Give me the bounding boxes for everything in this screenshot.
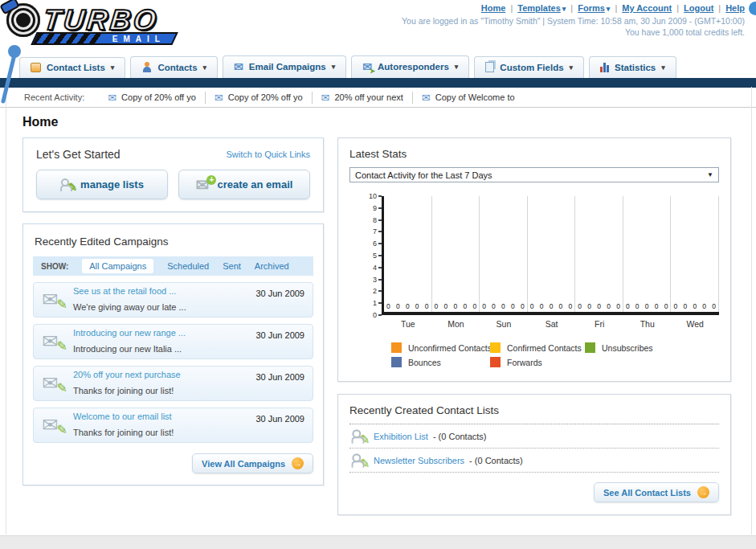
legend-label: Confirmed Contacts (507, 343, 582, 353)
chevron-down-icon: ▾ (455, 63, 459, 71)
contact-lists-panel-title: Recently Created Contact Lists (349, 404, 719, 424)
chevron-down-icon: ▾ (607, 5, 611, 13)
legend-label: Unconfirmed Contacts (408, 343, 492, 353)
tab-autoresponders[interactable]: ✉ Autoresponders ▾ (351, 55, 469, 78)
campaign-row[interactable]: ✉✎ See us at the retail food ... We're g… (33, 282, 313, 318)
legend-swatch-icon (585, 342, 595, 353)
get-started-title: Let's Get Started (36, 148, 121, 161)
campaign-row[interactable]: ✉✎ Welcome to our email list Thanks for … (33, 408, 313, 443)
pin-decoration (0, 42, 24, 108)
custom-fields-icon (485, 62, 494, 72)
stats-period-dropdown[interactable]: Contact Activity for the Last 7 Days ▼ (349, 167, 719, 182)
show-label: SHOW: (41, 262, 68, 271)
legend-label: Forwards (507, 358, 542, 367)
chart-x-label: Thu (623, 315, 672, 329)
tab-email-campaigns[interactable]: ✉ Email Campaigns ▾ (223, 55, 346, 78)
campaign-title-link[interactable]: See us at the retail food ... (73, 285, 247, 297)
top-link-help[interactable]: Help (725, 3, 745, 13)
switch-to-quick-links[interactable]: Switch to Quick Links (226, 150, 310, 159)
tab-contacts[interactable]: Contacts ▾ (130, 56, 218, 78)
left-column: Let's Get Started Switch to Quick Links … (22, 137, 324, 485)
tab-contact-lists[interactable]: Contact Lists ▾ (19, 57, 125, 78)
envelope-icon: ✉ (422, 92, 431, 103)
recently-edited-campaigns-panel: Recently Edited Campaigns SHOW: All Camp… (22, 223, 324, 485)
logo-stripes (33, 34, 101, 43)
chart-group: 00000 (384, 196, 432, 312)
create-email-button[interactable]: ✉+ create an email (178, 170, 310, 199)
contact-list-link[interactable]: Newsletter Subscribers (374, 456, 464, 465)
see-all-contact-lists-button[interactable]: See All Contact Lists → (594, 482, 719, 502)
contacts-icon (141, 62, 152, 72)
recent-activity-item[interactable]: ✉ Copy of 20% off yo (99, 92, 206, 104)
header: TURBO EMAIL Home|Templates▾|Forms▾|My Ac… (0, 0, 756, 53)
campaign-filter-bar: SHOW: All Campaigns Scheduled Sent Archi… (33, 256, 313, 276)
legend-swatch-icon (490, 357, 501, 367)
legend-item: Forwards (490, 357, 585, 367)
legend-label: Bounces (408, 358, 441, 367)
chevron-down-icon: ▾ (203, 64, 207, 72)
contact-list-count: - (0 Contacts) (469, 456, 523, 465)
filter-sent[interactable]: Sent (223, 261, 241, 271)
campaign-subtitle: We're giving away our late ... (73, 302, 186, 312)
chart-legend: Unconfirmed ContactsConfirmed ContactsUn… (391, 342, 719, 367)
page-edge-right (751, 87, 752, 535)
arrow-right-icon: → (697, 486, 709, 498)
legend-label: Unsubscribes (602, 343, 653, 353)
campaign-row[interactable]: ✉✎ 20% off your next purchase Thanks for… (33, 366, 313, 401)
page-title: Home (22, 115, 756, 129)
campaign-subtitle: Thanks for joining our list! (73, 386, 174, 395)
recent-activity-label: Recent Activity: (24, 92, 84, 102)
campaign-date: 30 Jun 2009 (255, 330, 304, 340)
chart-plot: 00000000000000000000000000000000000 (382, 196, 719, 315)
legend-item: Unsubscribes (585, 342, 719, 353)
contact-list-link[interactable]: Exhibition List (374, 432, 428, 441)
campaign-row[interactable]: ✉✎ Introducing our new range ... Introdu… (33, 324, 313, 359)
footer-bar (0, 535, 756, 549)
campaign-date: 30 Jun 2009 (255, 289, 304, 298)
recent-activity-item[interactable]: ✉ 20% off your next (313, 92, 413, 104)
turbo-email-logo: TURBO EMAIL (6, 3, 223, 45)
legend-swatch-icon (391, 357, 402, 367)
tab-statistics[interactable]: Statistics ▾ (589, 56, 676, 78)
chart-x-label: Fri (575, 315, 623, 329)
logo-subtitle: EMAIL (112, 35, 166, 43)
view-all-campaigns-button[interactable]: View All Campaigns → (192, 453, 313, 473)
top-link-logout[interactable]: Logout (684, 3, 713, 13)
top-link-my-account[interactable]: My Account (622, 3, 672, 13)
chevron-down-icon: ▾ (570, 64, 574, 72)
campaign-title-link[interactable]: 20% off your next purchase (73, 369, 247, 381)
manage-lists-button[interactable]: ✎ manage lists (36, 170, 168, 199)
chart-group: 00000 (432, 196, 480, 312)
filter-all-campaigns[interactable]: All Campaigns (82, 259, 153, 273)
email-campaigns-icon: ✉ (234, 61, 243, 72)
chart-x-label: Mon (432, 315, 480, 329)
chevron-down-icon: ▼ (707, 171, 713, 178)
campaign-title-link[interactable]: Welcome to our email list (73, 411, 247, 423)
tab-custom-fields[interactable]: Custom Fields ▾ (474, 56, 584, 78)
recent-activity-item[interactable]: ✉ Copy of Welcome to (413, 92, 524, 104)
contact-lists-icon (31, 63, 41, 72)
envelope-icon: ✉ (321, 92, 330, 103)
envelope-icon: ✉ (215, 92, 223, 103)
recent-activity-item[interactable]: ✉ Copy of 20% off yo (206, 92, 313, 104)
chart-y-axis: 109876543210 (361, 196, 382, 315)
autoresponders-icon: ✉ (362, 61, 372, 72)
filter-scheduled[interactable]: Scheduled (167, 261, 209, 271)
envelope-pencil-icon: ✉✎ (42, 375, 64, 392)
filter-archived[interactable]: Archived (255, 261, 289, 271)
campaign-title-link[interactable]: Introducing our new range ... (73, 327, 247, 339)
page-edge-left (6, 87, 6, 535)
contact-list-item[interactable]: ✎ Newsletter Subscribers - (0 Contacts) (349, 449, 719, 473)
help-bubble-icon[interactable] (749, 2, 756, 15)
latest-stats-title: Latest Stats (349, 148, 719, 160)
tab-label: Contacts (157, 63, 197, 72)
campaign-subtitle: Thanks for joining our list! (73, 428, 174, 437)
top-link-templates[interactable]: Templates (517, 3, 561, 13)
chart-group: 00000 (575, 196, 623, 312)
chevron-down-icon: ▾ (562, 5, 566, 13)
top-link-home[interactable]: Home (481, 3, 506, 13)
contact-list-item[interactable]: ✎ Exhibition List - (0 Contacts) (349, 424, 719, 449)
top-link-forms[interactable]: Forms (578, 3, 605, 13)
top-nav-links: Home|Templates▾|Forms▾|My Account|Logout… (402, 3, 745, 13)
recently-created-contact-lists-panel: Recently Created Contact Lists ✎ Exhibit… (337, 394, 731, 515)
